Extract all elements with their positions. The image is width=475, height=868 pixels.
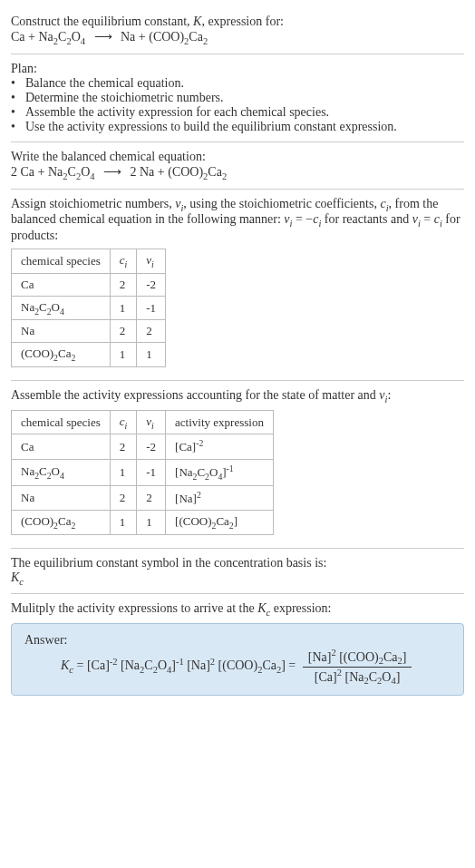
cell-v: -2 (137, 273, 166, 296)
plan-item-text: Determine the stoichiometric numbers. (25, 91, 224, 105)
txt: Assemble the activity expressions accoun… (11, 388, 379, 402)
activity-table: chemical species ci νi activity expressi… (11, 410, 274, 535)
nu-i: νi (412, 212, 421, 226)
cell-c: 1 (110, 459, 137, 485)
arrow-icon: ⟶ (98, 165, 127, 179)
arrow-icon: ⟶ (89, 30, 118, 44)
bullet-icon: • (11, 76, 22, 91)
c-i: ci (313, 212, 321, 226)
txt: for reactants and (321, 212, 412, 226)
table-row: Ca 2 -2 [Ca]-2 (12, 434, 274, 459)
nu-i: νi (175, 197, 183, 210)
cell-v: -1 (137, 459, 166, 485)
txt: , using the stoichiometric coefficients, (183, 197, 380, 210)
c-i: ci (380, 197, 388, 210)
col-ci: ci (110, 249, 137, 274)
plan-item: •Determine the stoichiometric numbers. (11, 91, 464, 105)
intro-K: K (193, 15, 201, 28)
table-header-row: chemical species ci νi activity expressi… (12, 410, 274, 434)
kc-text: The equilibrium constant symbol in the c… (11, 556, 464, 571)
unbalanced-equation: Ca + Na2C2O4 ⟶ Na + (COO)2Ca2 (11, 29, 464, 46)
col-vi: νi (137, 410, 166, 434)
balanced-section: Write the balanced chemical equation: 2 … (11, 142, 464, 190)
cell-activity: [Ca]-2 (166, 434, 274, 459)
multiply-section: Mulitply the activity expressions to arr… (11, 594, 464, 703)
cell-species: Na2C2O4 (12, 296, 111, 320)
cell-c: 2 (110, 485, 137, 510)
col-activity: activity expression (166, 410, 274, 434)
balanced-heading: Write the balanced chemical equation: (11, 150, 464, 164)
table-row: Na2C2O4 1 -1 [Na2C2O4]-1 (12, 459, 274, 485)
txt: : (387, 388, 391, 402)
cell-species: (COO)2Ca2 (12, 510, 111, 534)
cell-c: 1 (110, 510, 137, 534)
cell-v: -2 (137, 434, 166, 459)
cell-species: Na (12, 320, 111, 343)
cell-v: 2 (137, 320, 166, 343)
col-ci: ci (110, 410, 137, 434)
fraction: [Na]2 [(COO)2Ca2] [Ca]2 [Na2C2O4] (303, 648, 412, 686)
plan-item: •Assemble the activity expression for ea… (11, 105, 464, 120)
txt: Mulitply the activity expressions to arr… (11, 601, 257, 615)
cell-activity: [Na]2 (166, 485, 274, 510)
col-species: chemical species (12, 410, 111, 434)
cell-v: 1 (137, 343, 166, 367)
cell-c: 1 (110, 296, 137, 320)
plan-item-text: Use the activity expressions to build th… (25, 120, 397, 134)
kc-symbol: Kc (11, 571, 464, 587)
table-row: Na 2 2 (12, 320, 166, 343)
bullet-icon: • (11, 120, 22, 134)
answer-box: Answer: Kc = [Ca]-2 [Na2C2O4]-1 [Na]2 [(… (11, 623, 464, 696)
stoich-table: chemical species ci νi Ca 2 -2 Na2C2O4 1… (11, 249, 166, 367)
bullet-icon: • (11, 91, 22, 105)
intro-text-b: , expression for: (201, 15, 284, 28)
cell-c: 1 (110, 343, 137, 367)
col-vi: νi (137, 249, 166, 274)
fraction-denominator: [Ca]2 [Na2C2O4] (303, 668, 412, 686)
intro-line: Construct the equilibrium constant, K, e… (11, 15, 464, 29)
fraction-numerator: [Na]2 [(COO)2Ca2] (303, 648, 412, 667)
multiply-text: Mulitply the activity expressions to arr… (11, 601, 464, 618)
c-i: ci (434, 212, 442, 226)
cell-species: Na (12, 485, 111, 510)
plan-item: •Use the activity expressions to build t… (11, 120, 464, 134)
kc-inline: Kc (257, 601, 270, 615)
txt: = − (292, 212, 313, 226)
assign-text: Assign stoichiometric numbers, νi, using… (11, 197, 464, 244)
balanced-equation: 2 Ca + Na2C2O4 ⟶ 2 Na + (COO)2Ca2 (11, 164, 464, 181)
cell-c: 2 (110, 320, 137, 343)
intro-text-a: Construct the equilibrium constant, (11, 15, 193, 28)
cell-activity: [Na2C2O4]-1 (166, 459, 274, 485)
plan-section: Plan: •Balance the chemical equation. •D… (11, 54, 464, 142)
cell-species: (COO)2Ca2 (12, 343, 111, 367)
plan-heading: Plan: (11, 62, 464, 76)
kc-symbol-section: The equilibrium constant symbol in the c… (11, 549, 464, 595)
table-row: Na2C2O4 1 -1 (12, 296, 166, 320)
cell-v: 2 (137, 485, 166, 510)
cell-v: 1 (137, 510, 166, 534)
assemble-text: Assemble the activity expressions accoun… (11, 388, 464, 405)
plan-item-text: Balance the chemical equation. (25, 76, 184, 91)
answer-label: Answer: (24, 633, 451, 648)
cell-species: Ca (12, 434, 111, 459)
txt: Assign stoichiometric numbers, (11, 197, 175, 210)
txt: = (421, 212, 434, 226)
plan-item-text: Assemble the activity expression for eac… (25, 105, 329, 120)
table-header-row: chemical species ci νi (12, 249, 166, 274)
cell-c: 2 (110, 434, 137, 459)
problem-statement: Construct the equilibrium constant, K, e… (11, 7, 464, 54)
cell-activity: [(COO)2Ca2] (166, 510, 274, 534)
answer-formula: Kc = [Ca]-2 [Na2C2O4]-1 [Na]2 [(COO)2Ca2… (24, 648, 451, 686)
table-row: Na 2 2 [Na]2 (12, 485, 274, 510)
table-row: Ca 2 -2 (12, 273, 166, 296)
cell-species: Na2C2O4 (12, 459, 111, 485)
cell-v: -1 (137, 296, 166, 320)
table-row: (COO)2Ca2 1 1 [(COO)2Ca2] (12, 510, 274, 534)
txt: expression: (270, 601, 331, 615)
table-row: (COO)2Ca2 1 1 (12, 343, 166, 367)
col-species: chemical species (12, 249, 111, 274)
plan-item: •Balance the chemical equation. (11, 76, 464, 91)
cell-c: 2 (110, 273, 137, 296)
cell-species: Ca (12, 273, 111, 296)
bullet-icon: • (11, 105, 22, 120)
